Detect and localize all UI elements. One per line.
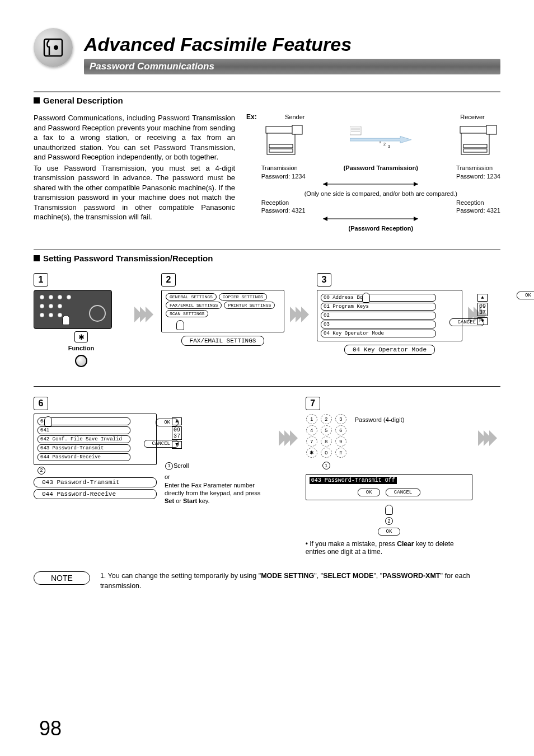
menu-faxemail: FAX/EMAIL SETTINGS — [166, 302, 222, 309]
svg-marker-24 — [323, 217, 327, 221]
receiver-copier-icon — [456, 121, 500, 160]
tx-pw-left: Password: 1234 — [261, 172, 306, 180]
param-043: 043 Password-Transmit — [38, 444, 130, 452]
compare-note: (Only one side is compared, and/or both … — [261, 190, 500, 198]
section-bar: Password Communications — [84, 59, 500, 74]
password-transmission-label: (Password Transmission) — [344, 164, 418, 180]
circle-1-icon: 1 — [322, 462, 330, 469]
step6-text-end: key. — [197, 497, 209, 504]
diagram-area: Ex: Sender 1 2 — [246, 113, 500, 232]
svg-rect-6 — [292, 125, 302, 134]
chapter-icon — [34, 28, 73, 67]
page-header: Advanced Facsimile Features Password Com… — [34, 28, 500, 74]
step-3-number: 3 — [317, 273, 331, 287]
svg-marker-22 — [414, 182, 418, 186]
svg-rect-18 — [463, 144, 487, 148]
finger-icon — [385, 505, 393, 515]
finger-icon — [62, 315, 70, 325]
menu-copier: COPIER SETTINGS — [219, 293, 267, 300]
tx-label-right: Transmission — [456, 164, 500, 172]
subheading-general: General Description — [34, 96, 500, 105]
chevron-right-icon — [301, 307, 309, 322]
s7-note-pre: If you make a mistake, press — [310, 540, 397, 548]
svg-rect-19 — [486, 125, 496, 134]
ok-label: OK — [517, 292, 534, 299]
svg-point-1 — [54, 45, 58, 50]
or-label: or — [165, 473, 265, 481]
control-panel-icon — [34, 290, 112, 329]
divider — [34, 91, 500, 92]
step-6-number: 6 — [34, 397, 48, 410]
clear-bold: Clear — [397, 540, 414, 548]
finger-icon — [44, 416, 52, 426]
tx-pw-right: Password: 1234 — [456, 172, 500, 180]
subheading-setting: Setting Password Transmission/Reception — [34, 253, 500, 263]
faxemail-settings-button: FAX/EMAIL SETTINGS — [181, 336, 265, 346]
password-4digit-label: Password (4-digit) — [355, 414, 405, 424]
menu-scan: SCAN SETTINGS — [166, 310, 208, 317]
rx-pw-left: Password: 4321 — [261, 206, 306, 214]
scroll-label: Scroll — [174, 462, 265, 469]
subheading-2-text: Setting Password Transmission/Reception — [43, 253, 213, 263]
list-02: 02 — [321, 312, 436, 320]
svg-rect-3 — [266, 126, 296, 133]
finger-icon — [362, 293, 370, 303]
chevron-right-icon — [290, 430, 298, 446]
svg-marker-21 — [323, 182, 327, 186]
ok-button: OK — [358, 489, 381, 496]
compare-arrow-bottom-icon — [261, 215, 500, 223]
rx-label-left: Reception — [261, 199, 306, 206]
circle-2-icon: 2 — [385, 517, 393, 525]
step-1-number: 1 — [34, 273, 48, 287]
function-button-icon — [75, 355, 87, 367]
page-number: 98 — [39, 717, 62, 740]
transmission-arrow-icon: 1 2 3 — [350, 126, 411, 154]
subheading-text: General Description — [43, 96, 123, 105]
chevron-right-icon — [489, 430, 497, 446]
svg-rect-16 — [460, 126, 490, 133]
settings-menu-screen: GENERAL SETTINGS COPIER SETTINGS FAX/EMA… — [161, 290, 284, 332]
steps-row-2: 6 040 041 042 Conf. File Save Invalid 04… — [34, 397, 500, 556]
step-7-number: 7 — [306, 397, 320, 410]
tx-label-left: Transmission — [261, 164, 306, 172]
svg-rect-4 — [269, 149, 293, 152]
paragraph-1: Password Communications, including Passw… — [34, 113, 235, 162]
param-041: 041 — [38, 426, 130, 434]
step-2-number: 2 — [161, 273, 176, 287]
sender-copier-icon — [261, 121, 306, 160]
note-pre: 1. You can change the setting temporaril… — [100, 572, 261, 580]
param-044: 044 Password-Receive — [38, 453, 130, 461]
password-xmt-bold: PASSWORD-XMT — [382, 572, 440, 580]
svg-text:3: 3 — [388, 144, 390, 148]
paragraph-2: To use Password Transmission, you must s… — [34, 163, 235, 222]
asterisk-key-icon: ✱ — [74, 331, 88, 342]
key-operator-mode-button: 04 Key Operator Mode — [344, 345, 435, 355]
sender-label: Sender — [284, 113, 306, 121]
password-param-screen: 043 Password-Transmit Off OK CANCEL — [306, 474, 473, 500]
receiver-label: Receiver — [456, 113, 489, 121]
up-arrow-icon: ▲ — [477, 294, 488, 302]
password-transmit-button: 043 Password-Transmit — [34, 477, 157, 487]
list-addressbook: 00 Address Book — [321, 294, 436, 302]
general-content: Password Communications, including Passw… — [34, 113, 500, 232]
menu-printer: PRINTER SETTINGS — [224, 302, 275, 309]
circle-1-icon: 1 — [165, 462, 173, 470]
param-042: 042 Conf. File Save Invalid — [38, 435, 130, 443]
ex-label: Ex: — [246, 113, 257, 121]
function-label: Function — [34, 345, 129, 351]
password-reception-label: (Password Reception) — [261, 224, 500, 232]
fax-settings-screen: 00 Address Book 01 Program Keys 02 03 04… — [317, 290, 462, 341]
select-mode-bold: SELECT MODE — [323, 572, 373, 580]
chevron-right-icon — [146, 307, 153, 322]
divider-thin — [34, 386, 500, 387]
note-row: NOTE 1. You can change the setting tempo… — [34, 571, 500, 591]
svg-marker-25 — [414, 217, 418, 221]
svg-rect-5 — [269, 144, 293, 148]
steps-row-1: 1 ✱ Function 2 GENERAL SETTINGS COPIER S… — [34, 273, 500, 367]
divider-2 — [34, 249, 500, 250]
list-keyop: 04 Key Operator Mode — [321, 330, 436, 337]
circle-2-icon: 2 — [38, 467, 45, 475]
set-bold: Set — [165, 497, 174, 504]
ok-label: OK — [156, 419, 179, 426]
password-receive-button: 044 Password-Receive — [34, 489, 157, 499]
